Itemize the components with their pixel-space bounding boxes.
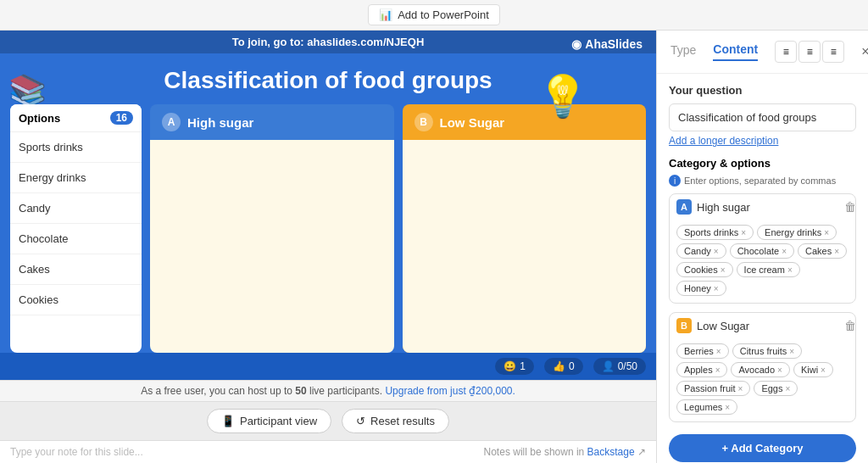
tag-legumes: Legumes × [676, 399, 737, 415]
participant-count: 0/50 [618, 360, 637, 372]
remove-tag-avocado[interactable]: × [777, 365, 782, 375]
ahaslides-logo: ◉ AhaSlides [571, 37, 643, 51]
category-options-label: Category & options [669, 157, 856, 170]
remove-tag-passion-fruit[interactable]: × [738, 384, 743, 393]
remove-tag-eggs[interactable]: × [785, 384, 790, 393]
cat-name-b: Low Sugar [440, 115, 505, 130]
remove-tag-energy-drinks[interactable]: × [824, 228, 829, 237]
tag-candy: Candy × [676, 243, 726, 259]
delete-category-a-button[interactable]: 🗑 [844, 200, 856, 214]
remove-tag-apples[interactable]: × [715, 365, 721, 375]
info-hint: i Enter options, separated by commas [669, 175, 856, 187]
close-button[interactable]: × [861, 44, 868, 59]
remove-tag-citrus-fruits[interactable]: × [789, 347, 794, 356]
upgrade-link[interactable]: Upgrade from just ₫200,000. [385, 385, 515, 397]
tag-energy-drinks: Energy drinks × [757, 225, 837, 240]
participant-view-icon: 📱 [221, 415, 235, 427]
delete-category-b-button[interactable]: 🗑 [844, 319, 856, 332]
list-item: Chocolate [10, 224, 142, 254]
like-stat: 👍 0 [544, 358, 583, 375]
remove-tag-candy[interactable]: × [714, 247, 719, 256]
logo-icon: ◉ [571, 37, 581, 51]
cat-name-input-b[interactable] [697, 320, 839, 332]
tag-honey: Honey × [676, 281, 726, 296]
participant-view-button[interactable]: 📱 Participant view [207, 409, 331, 433]
options-list: Sports drinks Energy drinks Candy Chocol… [10, 132, 142, 353]
info-icon: i [669, 175, 681, 187]
emoji-icon: 😀 [504, 360, 516, 372]
remove-tag-cakes[interactable]: × [834, 247, 839, 256]
tag-ice-cream: Ice cream × [737, 262, 800, 277]
notes-placeholder[interactable]: Type your note for this slide... [10, 446, 143, 458]
question-input[interactable] [669, 103, 856, 131]
tag-berries: Berries × [676, 343, 729, 359]
category-col-high-sugar: A High sugar [150, 104, 394, 353]
tab-content[interactable]: Content [713, 42, 758, 61]
options-header: Options 16 [10, 104, 142, 132]
slide-stats-bar: 😀 1 👍 0 👤 0/50 [0, 353, 656, 380]
remove-tag-honey[interactable]: × [714, 284, 719, 293]
toolbar-icons: ≡ ≡ ≡ [775, 41, 844, 63]
join-bar: To join, go to: ahaslides.com/NJEQH [0, 31, 656, 53]
align-left-button[interactable]: ≡ [775, 41, 797, 63]
powerpoint-icon: 📊 [379, 8, 392, 21]
list-item: Sports drinks [10, 132, 142, 163]
participant-stat: 👤 0/50 [593, 358, 646, 375]
panel-header: Type Content ≡ ≡ ≡ × [657, 31, 868, 74]
emoji-stat: 😀 1 [495, 358, 534, 375]
tag-citrus-fruits: Citrus fruits × [732, 343, 802, 359]
action-bar: 📱 Participant view ↺ Reset results [0, 401, 656, 440]
reset-icon: ↺ [356, 415, 365, 427]
cat-badge-b: B [676, 318, 692, 333]
add-description-link[interactable]: Add a longer description [669, 135, 856, 147]
cat-name-input-a[interactable] [697, 201, 839, 214]
cat-letter-a: A [162, 113, 181, 131]
category-col-low-sugar: B Low Sugar [403, 104, 647, 353]
tag-eggs: Eggs × [754, 381, 798, 396]
upgrade-bar: As a free user, you can host up to 50 li… [0, 380, 656, 401]
tag-kiwi: Kiwi × [793, 362, 833, 377]
slide-container: To join, go to: ahaslides.com/NJEQH ◉ Ah… [0, 31, 656, 380]
like-icon: 👍 [553, 360, 565, 372]
main-layout: To join, go to: ahaslides.com/NJEQH ◉ Ah… [0, 31, 868, 463]
slide-content: Options 16 Sports drinks Energy drinks C… [0, 104, 656, 353]
list-item: Cakes [10, 254, 142, 285]
cat-card-header-a: A 🗑 [670, 194, 855, 220]
panel-body: Your question Add a longer description C… [657, 74, 868, 463]
remove-tag-berries[interactable]: × [716, 347, 721, 356]
join-url: ahaslides.com/NJEQH [307, 36, 424, 48]
emoji-count: 1 [520, 360, 526, 372]
align-right-button[interactable]: ≡ [822, 41, 844, 63]
notes-bar: Type your note for this slide... Notes w… [0, 440, 656, 463]
options-panel: Options 16 Sports drinks Energy drinks C… [10, 104, 142, 353]
drop-zone-a[interactable] [150, 140, 394, 353]
remove-tag-ice-cream[interactable]: × [787, 265, 793, 275]
remove-tag-kiwi[interactable]: × [821, 365, 826, 375]
remove-tag-cookies[interactable]: × [721, 265, 726, 275]
category-card-b: B 🗑 Berries × Citrus fruits × Apples × A… [669, 312, 856, 422]
participant-icon: 👤 [602, 360, 615, 372]
backstage-link[interactable]: Backstage [587, 446, 635, 458]
cat-letter-b: B [415, 113, 433, 131]
like-count: 0 [569, 360, 575, 372]
tag-avocado: Avocado × [731, 362, 789, 377]
reset-results-button[interactable]: ↺ Reset results [342, 409, 449, 433]
tag-cookies: Cookies × [676, 262, 733, 277]
right-panel: Type Content ≡ ≡ ≡ × Your question Add a… [656, 31, 868, 463]
add-to-powerpoint-button[interactable]: 📊 Add to PowerPoint [368, 4, 500, 25]
align-center-button[interactable]: ≡ [798, 41, 821, 63]
tab-type[interactable]: Type [670, 43, 696, 60]
add-category-button[interactable]: + Add Category [669, 434, 856, 462]
join-text: To join, go to: [232, 36, 304, 48]
remove-tag-legumes[interactable]: × [725, 403, 730, 412]
tag-sports-drinks: Sports drinks × [676, 225, 754, 240]
cat-tags-b: Berries × Citrus fruits × Apples × Avoca… [670, 338, 855, 421]
options-label: Options [19, 112, 60, 125]
cat-name-a: High sugar [187, 115, 253, 130]
cat-tags-a: Sports drinks × Energy drinks × Candy × … [670, 220, 855, 303]
remove-tag-chocolate[interactable]: × [782, 247, 787, 256]
remove-tag-sports-drinks[interactable]: × [741, 228, 746, 237]
tag-cakes: Cakes × [798, 243, 847, 259]
drop-zone-b[interactable] [403, 140, 647, 353]
cat-card-header-b: B 🗑 [670, 313, 855, 338]
